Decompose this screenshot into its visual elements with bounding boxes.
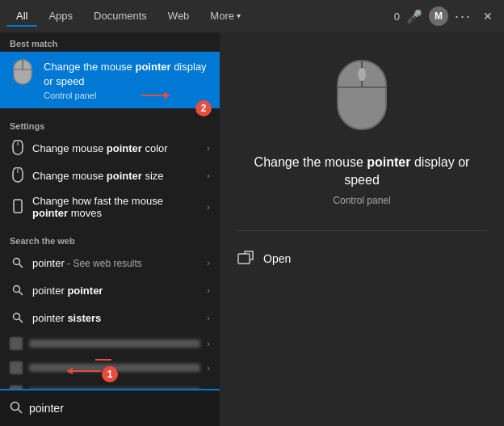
- web-item-sisters[interactable]: pointer sisters ›: [0, 304, 220, 331]
- search-icon: [10, 255, 26, 271]
- best-match-item[interactable]: Change the mouse pointer display or spee…: [0, 52, 220, 108]
- web-item-sisters-label: pointer sisters: [32, 312, 200, 324]
- svg-point-10: [14, 259, 20, 265]
- open-label: Open: [263, 252, 291, 265]
- tab-apps[interactable]: Apps: [39, 6, 82, 27]
- mouse-icon: [10, 60, 36, 86]
- web-item-see-results-label: pointer - See web results: [32, 257, 200, 269]
- right-panel: Change the mouse pointer display or spee…: [220, 32, 504, 426]
- top-bar: All Apps Documents Web More ▾ 0 🎤 M ··· …: [0, 0, 504, 32]
- best-match-text: Change the mouse pointer display or spee…: [44, 60, 210, 100]
- tab-all[interactable]: All: [6, 6, 37, 27]
- top-bar-right: 0 🎤 M ··· ✕: [394, 6, 498, 26]
- svg-marker-4: [164, 92, 170, 99]
- chevron-right-icon: ›: [207, 285, 210, 295]
- svg-rect-26: [238, 254, 250, 264]
- left-panel: Best match Change the mouse pointer disp…: [0, 32, 220, 389]
- mouse-size-icon: [10, 167, 26, 183]
- web-item-pointer-label: pointer pointer: [32, 285, 200, 297]
- blurred-icon-2: [10, 361, 23, 374]
- chevron-right-icon: ›: [207, 202, 210, 212]
- best-match-header: Best match: [0, 32, 220, 52]
- svg-rect-9: [14, 200, 22, 213]
- settings-item-size[interactable]: Change mouse pointer size ›: [0, 162, 220, 189]
- chevron-right-icon: ›: [207, 313, 210, 323]
- open-icon: [236, 249, 255, 268]
- settings-header: Settings: [0, 115, 220, 134]
- svg-line-13: [19, 292, 23, 296]
- divider: [236, 230, 488, 231]
- close-button[interactable]: ✕: [478, 8, 498, 24]
- search-bar: [0, 389, 220, 426]
- tab-web[interactable]: Web: [158, 6, 200, 27]
- settings-item-speed-label: Change how fast the mouse pointer moves: [32, 195, 200, 219]
- mouse-speed-icon: [10, 199, 26, 215]
- web-header: Search the web: [0, 230, 220, 249]
- preview-subtitle: Control panel: [333, 195, 390, 206]
- svg-line-11: [19, 264, 23, 268]
- settings-item-speed[interactable]: Change how fast the mouse pointer moves …: [0, 189, 220, 225]
- best-match-subtitle: Control panel: [44, 91, 210, 100]
- result-count: 0: [394, 11, 400, 23]
- web-item-see-results[interactable]: pointer - See web results ›: [0, 249, 220, 276]
- web-item-pointer[interactable]: pointer pointer ›: [0, 276, 220, 304]
- svg-line-15: [19, 319, 23, 323]
- mouse-preview-icon: [330, 57, 394, 137]
- search-bar-icon: [10, 401, 23, 416]
- mouse-color-icon: [10, 140, 26, 156]
- settings-item-size-label: Change mouse pointer size: [32, 170, 200, 182]
- arrow-2-icon: [141, 92, 170, 108]
- chevron-right-icon: ›: [207, 143, 210, 153]
- blurred-text-1: [29, 340, 200, 348]
- chevron-right-icon: ›: [207, 258, 210, 268]
- tab-more[interactable]: More ▾: [200, 6, 250, 27]
- settings-item-color[interactable]: Change mouse pointer color ›: [0, 134, 220, 162]
- microphone-icon[interactable]: 🎤: [406, 9, 422, 24]
- svg-marker-21: [66, 368, 73, 374]
- svg-line-17: [19, 409, 23, 413]
- chevron-right-icon: ›: [207, 339, 210, 348]
- search-icon: [10, 282, 26, 298]
- svg-point-14: [14, 314, 20, 320]
- settings-item-color-label: Change mouse pointer color: [32, 142, 200, 154]
- preview-title: Change the mouse pointer display or spee…: [236, 154, 488, 190]
- badge-1: 1: [102, 366, 118, 382]
- chevron-right-icon: ›: [207, 171, 210, 180]
- blurred-icon-1: [10, 337, 23, 350]
- badge-2: 2: [195, 100, 212, 116]
- tab-documents[interactable]: Documents: [84, 6, 157, 27]
- main-content: Best match Change the mouse pointer disp…: [0, 32, 504, 426]
- search-input[interactable]: [29, 402, 210, 415]
- best-match-title: Change the mouse pointer display or spee…: [44, 60, 210, 89]
- search-icon: [10, 310, 26, 326]
- more-options-icon[interactable]: ···: [455, 8, 472, 25]
- svg-point-12: [14, 286, 20, 293]
- svg-point-25: [358, 68, 366, 81]
- open-action[interactable]: Open: [236, 244, 488, 273]
- settings-section: Settings Change mouse pointer color ›: [0, 115, 220, 225]
- svg-point-16: [11, 402, 19, 410]
- tab-group: All Apps Documents Web More ▾: [6, 6, 391, 27]
- chevron-right-icon: ›: [207, 363, 210, 373]
- left-panel-wrapper: Best match Change the mouse pointer disp…: [0, 32, 220, 426]
- avatar[interactable]: M: [429, 6, 448, 26]
- chevron-down-icon: ▾: [237, 11, 241, 20]
- blurred-item-1[interactable]: ›: [0, 331, 220, 356]
